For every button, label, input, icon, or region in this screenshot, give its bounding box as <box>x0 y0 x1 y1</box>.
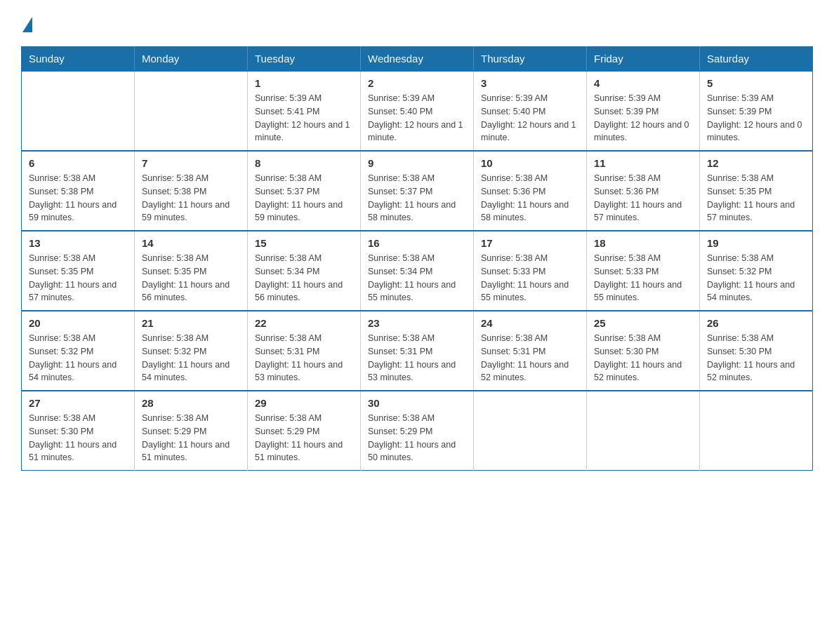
calendar-day-cell: 4Sunrise: 5:39 AMSunset: 5:39 PMDaylight… <box>587 71 700 151</box>
day-info: Sunrise: 5:38 AMSunset: 5:35 PMDaylight:… <box>707 172 805 224</box>
day-info: Sunrise: 5:38 AMSunset: 5:30 PMDaylight:… <box>29 412 127 464</box>
day-number: 10 <box>481 157 579 169</box>
day-number: 2 <box>368 77 466 89</box>
day-info: Sunrise: 5:38 AMSunset: 5:31 PMDaylight:… <box>368 332 466 384</box>
day-info: Sunrise: 5:38 AMSunset: 5:34 PMDaylight:… <box>368 252 466 304</box>
calendar-header-cell: Wednesday <box>361 47 474 72</box>
calendar-week-row: 1Sunrise: 5:39 AMSunset: 5:41 PMDaylight… <box>22 71 813 151</box>
day-info: Sunrise: 5:38 AMSunset: 5:34 PMDaylight:… <box>255 252 353 304</box>
calendar-day-cell: 8Sunrise: 5:38 AMSunset: 5:37 PMDaylight… <box>248 151 361 231</box>
day-number: 8 <box>255 157 353 169</box>
calendar-day-cell: 23Sunrise: 5:38 AMSunset: 5:31 PMDayligh… <box>361 311 474 391</box>
day-info: Sunrise: 5:38 AMSunset: 5:31 PMDaylight:… <box>255 332 353 384</box>
day-info: Sunrise: 5:38 AMSunset: 5:29 PMDaylight:… <box>255 412 353 464</box>
day-info: Sunrise: 5:39 AMSunset: 5:39 PMDaylight:… <box>594 92 692 145</box>
calendar-header-cell: Sunday <box>22 47 135 72</box>
day-info: Sunrise: 5:38 AMSunset: 5:36 PMDaylight:… <box>481 172 579 224</box>
calendar-day-cell: 19Sunrise: 5:38 AMSunset: 5:32 PMDayligh… <box>700 231 813 311</box>
calendar-day-cell <box>474 391 587 471</box>
logo <box>21 14 35 32</box>
day-number: 24 <box>481 317 579 329</box>
day-info: Sunrise: 5:39 AMSunset: 5:40 PMDaylight:… <box>368 92 466 145</box>
calendar-day-cell: 20Sunrise: 5:38 AMSunset: 5:32 PMDayligh… <box>22 311 135 391</box>
calendar-day-cell <box>135 71 248 151</box>
calendar-header-cell: Thursday <box>474 47 587 72</box>
day-info: Sunrise: 5:38 AMSunset: 5:29 PMDaylight:… <box>368 412 466 464</box>
day-number: 20 <box>29 317 127 329</box>
day-number: 19 <box>707 237 805 249</box>
day-info: Sunrise: 5:39 AMSunset: 5:40 PMDaylight:… <box>481 92 579 145</box>
day-info: Sunrise: 5:38 AMSunset: 5:38 PMDaylight:… <box>142 172 240 224</box>
calendar-table: SundayMondayTuesdayWednesdayThursdayFrid… <box>21 46 813 471</box>
calendar-day-cell: 7Sunrise: 5:38 AMSunset: 5:38 PMDaylight… <box>135 151 248 231</box>
day-number: 4 <box>594 77 692 89</box>
calendar-header-cell: Monday <box>135 47 248 72</box>
calendar-day-cell: 2Sunrise: 5:39 AMSunset: 5:40 PMDaylight… <box>361 71 474 151</box>
calendar-week-row: 20Sunrise: 5:38 AMSunset: 5:32 PMDayligh… <box>22 311 813 391</box>
day-number: 11 <box>594 157 692 169</box>
day-number: 15 <box>255 237 353 249</box>
calendar-day-cell: 10Sunrise: 5:38 AMSunset: 5:36 PMDayligh… <box>474 151 587 231</box>
day-number: 26 <box>707 317 805 329</box>
day-info: Sunrise: 5:38 AMSunset: 5:37 PMDaylight:… <box>255 172 353 224</box>
day-info: Sunrise: 5:39 AMSunset: 5:39 PMDaylight:… <box>707 92 805 145</box>
day-number: 23 <box>368 317 466 329</box>
calendar-day-cell: 5Sunrise: 5:39 AMSunset: 5:39 PMDaylight… <box>700 71 813 151</box>
calendar-day-cell: 16Sunrise: 5:38 AMSunset: 5:34 PMDayligh… <box>361 231 474 311</box>
calendar-body: 1Sunrise: 5:39 AMSunset: 5:41 PMDaylight… <box>22 71 813 471</box>
calendar-day-cell: 14Sunrise: 5:38 AMSunset: 5:35 PMDayligh… <box>135 231 248 311</box>
calendar-day-cell: 30Sunrise: 5:38 AMSunset: 5:29 PMDayligh… <box>361 391 474 471</box>
calendar-day-cell <box>22 71 135 151</box>
day-number: 27 <box>29 397 127 409</box>
day-number: 21 <box>142 317 240 329</box>
calendar-day-cell: 21Sunrise: 5:38 AMSunset: 5:32 PMDayligh… <box>135 311 248 391</box>
day-info: Sunrise: 5:38 AMSunset: 5:31 PMDaylight:… <box>481 332 579 384</box>
day-number: 9 <box>368 157 466 169</box>
day-info: Sunrise: 5:38 AMSunset: 5:32 PMDaylight:… <box>707 252 805 304</box>
calendar-day-cell: 13Sunrise: 5:38 AMSunset: 5:35 PMDayligh… <box>22 231 135 311</box>
calendar-day-cell: 29Sunrise: 5:38 AMSunset: 5:29 PMDayligh… <box>248 391 361 471</box>
day-info: Sunrise: 5:38 AMSunset: 5:32 PMDaylight:… <box>142 332 240 384</box>
calendar-day-cell: 24Sunrise: 5:38 AMSunset: 5:31 PMDayligh… <box>474 311 587 391</box>
calendar-day-cell: 1Sunrise: 5:39 AMSunset: 5:41 PMDaylight… <box>248 71 361 151</box>
calendar-header-cell: Tuesday <box>248 47 361 72</box>
calendar-day-cell <box>587 391 700 471</box>
day-info: Sunrise: 5:38 AMSunset: 5:36 PMDaylight:… <box>594 172 692 224</box>
calendar-day-cell: 15Sunrise: 5:38 AMSunset: 5:34 PMDayligh… <box>248 231 361 311</box>
calendar-day-cell: 6Sunrise: 5:38 AMSunset: 5:38 PMDaylight… <box>22 151 135 231</box>
day-number: 5 <box>707 77 805 89</box>
calendar-week-row: 27Sunrise: 5:38 AMSunset: 5:30 PMDayligh… <box>22 391 813 471</box>
calendar-header-cell: Saturday <box>700 47 813 72</box>
calendar-header-row: SundayMondayTuesdayWednesdayThursdayFrid… <box>22 47 813 72</box>
calendar-day-cell: 27Sunrise: 5:38 AMSunset: 5:30 PMDayligh… <box>22 391 135 471</box>
day-number: 25 <box>594 317 692 329</box>
day-info: Sunrise: 5:38 AMSunset: 5:30 PMDaylight:… <box>707 332 805 384</box>
day-number: 6 <box>29 157 127 169</box>
day-number: 29 <box>255 397 353 409</box>
page-header <box>21 14 813 32</box>
day-info: Sunrise: 5:38 AMSunset: 5:35 PMDaylight:… <box>29 252 127 304</box>
calendar-day-cell: 9Sunrise: 5:38 AMSunset: 5:37 PMDaylight… <box>361 151 474 231</box>
calendar-week-row: 13Sunrise: 5:38 AMSunset: 5:35 PMDayligh… <box>22 231 813 311</box>
calendar-week-row: 6Sunrise: 5:38 AMSunset: 5:38 PMDaylight… <box>22 151 813 231</box>
calendar-day-cell: 12Sunrise: 5:38 AMSunset: 5:35 PMDayligh… <box>700 151 813 231</box>
day-number: 17 <box>481 237 579 249</box>
calendar-header-cell: Friday <box>587 47 700 72</box>
calendar-day-cell: 3Sunrise: 5:39 AMSunset: 5:40 PMDaylight… <box>474 71 587 151</box>
day-info: Sunrise: 5:38 AMSunset: 5:33 PMDaylight:… <box>481 252 579 304</box>
day-number: 7 <box>142 157 240 169</box>
day-number: 30 <box>368 397 466 409</box>
day-number: 3 <box>481 77 579 89</box>
calendar-day-cell: 22Sunrise: 5:38 AMSunset: 5:31 PMDayligh… <box>248 311 361 391</box>
calendar-day-cell <box>700 391 813 471</box>
day-info: Sunrise: 5:39 AMSunset: 5:41 PMDaylight:… <box>255 92 353 145</box>
calendar-day-cell: 11Sunrise: 5:38 AMSunset: 5:36 PMDayligh… <box>587 151 700 231</box>
day-number: 14 <box>142 237 240 249</box>
day-info: Sunrise: 5:38 AMSunset: 5:35 PMDaylight:… <box>142 252 240 304</box>
day-info: Sunrise: 5:38 AMSunset: 5:32 PMDaylight:… <box>29 332 127 384</box>
calendar-day-cell: 26Sunrise: 5:38 AMSunset: 5:30 PMDayligh… <box>700 311 813 391</box>
day-info: Sunrise: 5:38 AMSunset: 5:33 PMDaylight:… <box>594 252 692 304</box>
day-info: Sunrise: 5:38 AMSunset: 5:29 PMDaylight:… <box>142 412 240 464</box>
day-info: Sunrise: 5:38 AMSunset: 5:30 PMDaylight:… <box>594 332 692 384</box>
day-number: 28 <box>142 397 240 409</box>
